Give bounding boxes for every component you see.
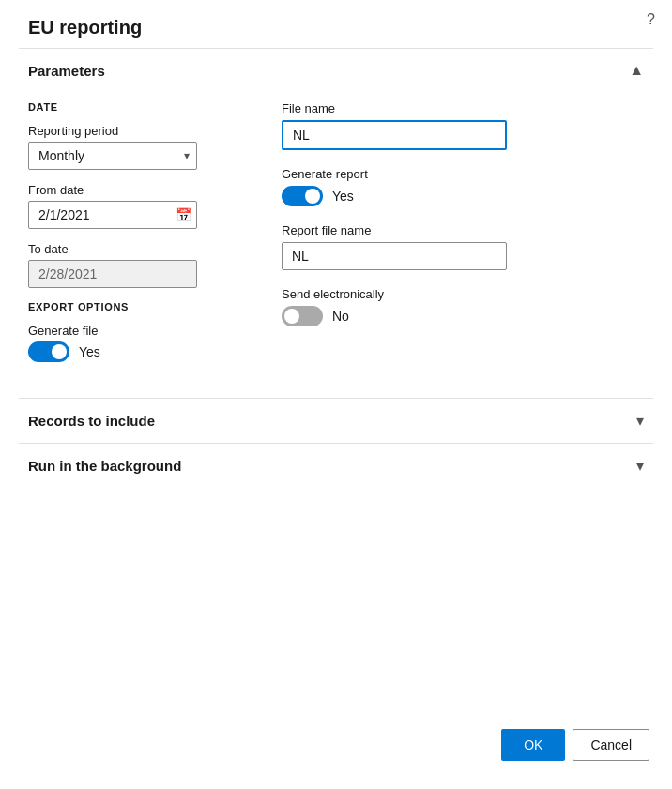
right-column: File name Generate report Yes Report fil… (282, 101, 644, 375)
generate-file-toggle-label: Yes (79, 344, 100, 359)
send-electronically-track (282, 306, 323, 326)
records-section-header[interactable]: Records to include ▾ (19, 399, 653, 443)
to-date-input (28, 260, 197, 288)
send-electronically-thumb (284, 309, 299, 324)
ok-button[interactable]: OK (501, 729, 565, 761)
page-title: EU reporting (28, 17, 644, 38)
generate-report-thumb (305, 189, 320, 204)
send-electronically-toggle-label: No (332, 309, 349, 324)
to-date-field: To date (28, 242, 244, 288)
file-name-input[interactable] (282, 120, 507, 150)
generate-file-toggle[interactable] (28, 341, 69, 362)
send-electronically-toggle[interactable] (282, 306, 323, 326)
generate-report-field-group: Generate report Yes (282, 167, 644, 206)
generate-file-label: Generate file (28, 324, 244, 338)
background-section-header[interactable]: Run in the background ▾ (19, 444, 653, 488)
generate-file-toggle-row: Yes (28, 341, 244, 362)
parameters-section: Parameters ▲ DATE Reporting period Month… (19, 48, 653, 398)
send-electronically-label: Send electronically (282, 287, 644, 301)
parameters-body: DATE Reporting period Monthly Weekly Qua… (19, 92, 653, 398)
left-column: DATE Reporting period Monthly Weekly Qua… (28, 101, 244, 375)
to-date-label: To date (28, 242, 244, 256)
background-section: Run in the background ▾ (19, 443, 653, 488)
help-icon[interactable]: ? (647, 11, 655, 27)
date-group-label: DATE (28, 101, 244, 113)
generate-report-track (282, 186, 323, 206)
parameters-section-header[interactable]: Parameters ▲ (19, 49, 653, 92)
page-header: EU reporting (0, 0, 672, 48)
generate-report-toggle-row: Yes (282, 186, 644, 206)
report-file-name-input[interactable] (282, 242, 507, 270)
records-section: Records to include ▾ (19, 398, 653, 443)
generate-report-label: Generate report (282, 167, 644, 181)
background-section-title: Run in the background (28, 458, 181, 474)
file-name-label: File name (282, 101, 644, 115)
generate-file-field: Generate file Yes (28, 324, 244, 362)
reporting-period-dropdown-wrapper[interactable]: Monthly Weekly Quarterly Yearly ▾ (28, 142, 197, 170)
report-file-name-label: Report file name (282, 223, 644, 237)
cancel-button[interactable]: Cancel (573, 729, 649, 761)
from-date-input[interactable] (28, 201, 197, 229)
records-section-title: Records to include (28, 413, 155, 429)
reporting-period-label: Reporting period (28, 124, 244, 138)
file-name-field-group: File name (282, 101, 644, 150)
background-chevron-icon: ▾ (636, 457, 644, 475)
help-icon-area[interactable]: ? (647, 11, 655, 28)
generate-report-toggle[interactable] (282, 186, 323, 206)
generate-file-thumb (52, 344, 67, 359)
parameters-section-title: Parameters (28, 63, 105, 79)
to-date-wrapper (28, 260, 197, 288)
send-electronically-toggle-row: No (282, 306, 644, 326)
records-chevron-icon: ▾ (636, 412, 644, 430)
from-date-wrapper[interactable]: 📅 (28, 201, 197, 229)
reporting-period-select[interactable]: Monthly Weekly Quarterly Yearly (28, 142, 197, 170)
send-electronically-field-group: Send electronically No (282, 287, 644, 326)
footer-buttons: OK Cancel (501, 729, 649, 761)
reporting-period-field: Reporting period Monthly Weekly Quarterl… (28, 124, 244, 170)
from-date-label: From date (28, 183, 244, 197)
report-file-name-field-group: Report file name (282, 223, 644, 270)
generate-report-toggle-label: Yes (332, 189, 354, 204)
generate-file-track (28, 341, 69, 362)
parameters-chevron-icon: ▲ (629, 62, 644, 79)
export-options-label: EXPORT OPTIONS (28, 301, 244, 312)
from-date-field: From date 📅 (28, 183, 244, 229)
